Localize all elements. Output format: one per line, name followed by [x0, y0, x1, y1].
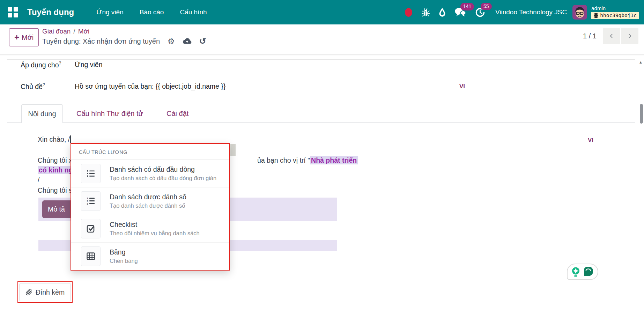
chevron-left-icon [608, 33, 615, 39]
chevron-right-icon [627, 33, 633, 39]
text-cursor [70, 135, 71, 143]
powerbox-item-title: Checklist [110, 221, 200, 229]
powerbox-item-table[interactable]: Bảng Chèn bảng [71, 242, 229, 270]
messages-count-badge: 141 [460, 3, 474, 10]
lightbulb-sparkle-icon [571, 266, 580, 277]
app-name[interactable]: Tuyển dụng [27, 7, 74, 17]
powerbox-section-title: CẤU TRÚC LƯƠNG [71, 144, 229, 160]
breadcrumb: Giai đoạn/Mới Tuyển dụng: Xác nhận đơn ứ… [42, 28, 206, 46]
apps-grid-icon[interactable] [8, 7, 18, 18]
powerbox-item-title: Bảng [110, 248, 138, 256]
nav-menu: Ứng viên Báo cáo Cấu hình [96, 8, 207, 16]
pager-previous-button[interactable] [603, 28, 620, 44]
svg-text:1: 1 [87, 197, 88, 200]
pager-next-button[interactable] [621, 28, 638, 44]
attach-highlight-box: Đính kèm [17, 281, 73, 303]
assistant-widget[interactable] [567, 264, 598, 280]
nav-menu-item-settings[interactable]: Cấu hình [180, 8, 207, 16]
control-panel: + Mới Giai đoạn/Mới Tuyển dụng: Xác nhận… [0, 24, 644, 55]
user-meta: admin hhoc39qboj1c [591, 6, 639, 19]
powerbox-item-subtitle: Tạo danh sách được đánh số [110, 202, 186, 209]
database-name: hhoc39qboj1c [600, 13, 637, 18]
powerbox-scrollbar-thumb[interactable] [230, 144, 236, 156]
powerbox-dropdown: CẤU TRÚC LƯƠNG Danh sách có dấu đầu dòng… [71, 143, 230, 271]
plus-icon: + [14, 32, 19, 42]
new-record-button[interactable]: + Mới [9, 28, 39, 46]
messages-icon[interactable]: 141 [454, 7, 466, 17]
powerbox-item-subtitle: Tạo danh sách có dấu đầu dòng đơn giản [110, 175, 216, 182]
user-name[interactable]: admin [591, 6, 606, 11]
attach-file-button[interactable]: Đính kèm [19, 283, 71, 301]
breadcrumb-current[interactable]: Mới [78, 28, 90, 35]
svg-text:2: 2 [87, 200, 88, 202]
attach-button-label: Đính kèm [36, 288, 65, 296]
pager: 1 / 1 [583, 28, 638, 44]
paperclip-icon [25, 289, 32, 296]
nav-menu-item-reports[interactable]: Báo cáo [140, 8, 164, 16]
tab-settings[interactable]: Cài đặt [166, 104, 188, 123]
top-navbar: Tuyển dụng Ứng viên Báo cáo Cấu hình [0, 0, 644, 24]
breadcrumb-separator: / [73, 28, 75, 35]
powerbox-item-subtitle: Theo dõi nhiệm vụ bằng danh sách [110, 230, 200, 237]
body-language-badge[interactable]: VI [588, 137, 593, 144]
body-line3: / [38, 176, 39, 184]
breadcrumb-parent-link[interactable]: Giai đoạn [42, 28, 71, 35]
scrollbar-thumb[interactable] [640, 104, 643, 124]
database-badge: hhoc39qboj1c [591, 12, 639, 19]
activities-count-badge: 55 [481, 3, 492, 10]
highlighted-job-title: Nhà phát triển [310, 156, 358, 164]
nav-menu-item-candidates[interactable]: Ứng viên [96, 8, 124, 16]
subject-language-badge[interactable]: VI [459, 83, 465, 90]
powerbox-item-bullet-list[interactable]: Danh sách có dấu đầu dòng Tạo danh sách … [71, 160, 229, 187]
powerbox-item-title: Danh sách được đánh số [110, 193, 186, 201]
subject-label: Chủ đề? [21, 82, 45, 91]
scrollbar-up-arrow[interactable]: ▲ [639, 60, 643, 64]
user-avatar[interactable] [572, 5, 587, 20]
powerbox-item-checklist[interactable]: Checklist Theo dõi nhiệm vụ bằng danh sá… [71, 215, 229, 242]
help-question-icon: ? [59, 61, 61, 66]
activities-clock-icon[interactable]: 55 [475, 7, 486, 18]
svg-text:3: 3 [87, 202, 88, 205]
database-icon [594, 13, 598, 18]
body-line1-left: Chúng tôi x [38, 156, 72, 164]
company-switcher[interactable]: Viindoo Technology JSC [495, 8, 567, 16]
apply-to-label: Áp dụng cho? [21, 61, 61, 69]
pager-value: 1 / 1 [583, 32, 597, 40]
body-line4: Chúng tôi s [38, 186, 72, 194]
bug-icon[interactable] [421, 8, 430, 17]
new-button-label: Mới [22, 34, 34, 42]
navbar-right: 141 55 Viindoo Technology JSC admin [405, 5, 639, 20]
apply-to-value[interactable]: Ứng viên [75, 61, 103, 69]
record-title: Tuyển dụng: Xác nhận đơn ứng tuyển [42, 37, 160, 45]
chat-bubble-icon [582, 266, 594, 278]
bullet-list-icon [81, 164, 101, 183]
checklist-icon [81, 219, 101, 238]
numbered-list-icon: 123 [81, 191, 101, 211]
sheet-top-border [7, 59, 635, 60]
tab-content[interactable]: Nội dung [21, 104, 63, 123]
droplet-icon[interactable] [438, 7, 446, 17]
record-indicator-icon[interactable] [405, 8, 412, 17]
editor-greeting-line[interactable]: Xin chào, / [38, 135, 71, 143]
tab-email-config[interactable]: Cấu hình Thư điện tử [76, 104, 143, 123]
body-line1-right: ủa bạn cho vị trí "Nhà phát triển [257, 156, 358, 164]
powerbox-item-title: Danh sách có dấu đầu dòng [110, 165, 216, 173]
powerbox-item-subtitle: Chèn bảng [110, 258, 138, 264]
powerbox-item-numbered-list[interactable]: 123 Danh sách được đánh số Tạo danh sách… [71, 187, 229, 215]
discard-undo-icon[interactable]: ↺ [199, 36, 206, 46]
table-icon [81, 246, 101, 266]
help-question-icon: ? [43, 82, 45, 87]
gear-icon[interactable]: ⚙ [168, 37, 175, 46]
subject-input-value[interactable]: Hồ sơ ứng tuyển của bạn: {{ object.job_i… [75, 82, 225, 90]
cloud-save-icon[interactable] [183, 37, 192, 45]
